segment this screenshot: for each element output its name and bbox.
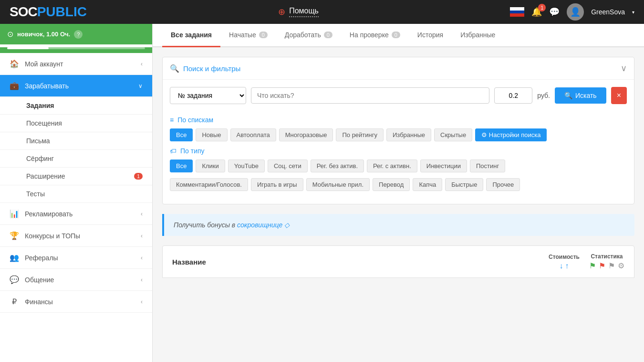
filter-type-posting[interactable]: Постинг <box>470 160 505 172</box>
search-select[interactable]: № задания <box>170 87 246 104</box>
username[interactable]: GreenSova <box>591 8 625 16</box>
filter-list-tags: Все Новые Автооплата Многоразовые По рей… <box>170 128 627 141</box>
navbar-center: ⊕ Помощь <box>278 7 319 17</box>
submenu-label: Тесты <box>26 190 45 198</box>
chevron-right-icon: ‹ <box>141 255 143 261</box>
sidebar-submenu-item-letters[interactable]: Письма <box>0 132 152 150</box>
filter-type-other[interactable]: Прочее <box>486 178 520 191</box>
submenu-label: Сёрфинг <box>26 155 54 162</box>
search-input[interactable] <box>251 87 489 104</box>
sidebar-submenu-item-visits[interactable]: Посещения <box>0 115 152 132</box>
sidebar-item-contests-label: Конкурсы и ТОПы <box>25 232 135 240</box>
stats-icons: ⚑ ⚑ ⚑ ⚙ <box>589 261 624 270</box>
cost-sort-down-icon[interactable]: ↓ <box>560 262 563 270</box>
collapse-icon[interactable]: ∨ <box>621 63 627 74</box>
sidebar-item-earn[interactable]: 💼 Зарабатывать ∨ <box>0 75 152 97</box>
content-inner: 🔍 Поиск и фильтры ∨ № задания руб. 🔍 Иск… <box>153 47 644 287</box>
bonus-link[interactable]: сокровищнице <box>237 221 282 229</box>
chevron-down-icon[interactable]: ▾ <box>632 10 634 15</box>
filter-type-invest[interactable]: Инвестиции <box>420 160 467 172</box>
filter-type-clicks[interactable]: Клики <box>196 160 225 172</box>
filter-tag-new[interactable]: Новые <box>196 128 227 141</box>
sidebar-submenu-item-tests[interactable]: Тесты <box>0 185 152 203</box>
sidebar-item-advertise[interactable]: 📊 Рекламировать ‹ <box>0 203 152 225</box>
sidebar-item-communication-label: Общение <box>25 276 135 284</box>
filter-lists-label: По спискам <box>177 116 213 124</box>
group-icon: 👥 <box>10 253 19 262</box>
tab-revise-label: Доработать <box>285 31 321 39</box>
sidebar-item-finance[interactable]: ₽ Финансы ‹ <box>0 291 152 313</box>
tab-review-badge: 0 <box>392 32 400 38</box>
sidebar-item-communication[interactable]: 💬 Общение ‹ <box>0 269 152 291</box>
tab-revise[interactable]: Доработать 0 <box>276 24 341 47</box>
sidebar-item-referrals[interactable]: 👥 Рефералы ‹ <box>0 247 152 269</box>
chat-icon[interactable]: 💬 <box>549 7 560 17</box>
filter-type-reg-no-act[interactable]: Рег. без актив. <box>311 160 364 172</box>
top-navbar: SOC PUBLIC ⊕ Помощь 🔔 1 💬 👤 GreenSova ▾ <box>0 0 644 24</box>
filter-type-fast[interactable]: Быстрые <box>445 178 483 191</box>
filter-type-tags-row2: Комментарии/Голосов. Играть в игры Мобил… <box>170 178 627 191</box>
sidebar-submenu: Задания Посещения Письма Сёрфинг Расшире… <box>0 97 152 203</box>
sidebar-item-contests[interactable]: 🏆 Конкурсы и ТОПы ‹ <box>0 225 152 247</box>
filter-type-reg-act[interactable]: Рег. с активн. <box>367 160 417 172</box>
tab-review-label: На проверке <box>350 31 389 39</box>
table-controls: Стоимость ↓ ↑ Статистика ⚑ ⚑ ⚑ ⚙ <box>549 253 624 270</box>
chevron-right-icon: ‹ <box>141 211 143 217</box>
clear-button[interactable]: × <box>611 87 627 104</box>
sidebar: ⊙ новичок, 1.00 Оч. ? 🏠 Мой аккаунт ‹ 💼 … <box>0 24 153 362</box>
chevron-right-icon: ‹ <box>141 233 143 239</box>
filter-type-tags-row1: Все Клики YouTube Соц. сети Рег. без акт… <box>170 160 627 172</box>
search-button[interactable]: 🔍 Искать <box>555 87 606 104</box>
filter-tag-hidden[interactable]: Скрытые <box>434 128 472 141</box>
filter-type-captcha[interactable]: Капча <box>413 178 442 191</box>
sidebar-item-account[interactable]: 🏠 Мой аккаунт ‹ <box>0 53 152 75</box>
filter-type-youtube[interactable]: YouTube <box>228 160 265 172</box>
navbar-left: SOC PUBLIC <box>10 4 87 20</box>
table-header: Название Стоимость ↓ ↑ Статистика ⚑ ⚑ <box>162 245 634 278</box>
submenu-label: Задания <box>26 102 54 109</box>
bonus-section: Получить бонусы в сокровищнице ◇ <box>162 214 634 236</box>
tab-started[interactable]: Начатые 0 <box>220 24 276 47</box>
stats-label: Статистика <box>591 253 623 260</box>
briefcase-icon: 💼 <box>10 81 19 90</box>
sidebar-submenu-item-surfing[interactable]: Сёрфинг <box>0 150 152 168</box>
filter-type-all[interactable]: Все <box>170 160 193 172</box>
notification-badge: 1 <box>538 4 546 11</box>
list-icon: ≡ <box>170 116 174 124</box>
filter-tag-multi[interactable]: Многоразовые <box>279 128 333 141</box>
stats-gear-icon[interactable]: ⚙ <box>618 261 624 270</box>
progress-help-button[interactable]: ? <box>74 30 83 39</box>
sidebar-submenu-item-tasks[interactable]: Задания <box>0 97 152 115</box>
search-title-icon: 🔍 <box>170 64 179 73</box>
tab-started-badge: 0 <box>259 32 268 38</box>
filter-tag-favorites[interactable]: Избранные <box>386 128 431 141</box>
tab-all-tasks-label: Все задания <box>171 31 212 39</box>
filter-type-games[interactable]: Играть в игры <box>251 178 303 191</box>
filter-type-mobile[interactable]: Мобильные прил. <box>306 178 370 191</box>
language-flag[interactable] <box>510 7 524 17</box>
notification-bell[interactable]: 🔔 1 <box>531 7 542 17</box>
cost-section: Стоимость ↓ ↑ <box>549 254 580 270</box>
cost-sort-up-icon[interactable]: ↑ <box>565 262 569 270</box>
sidebar-item-account-label: Мой аккаунт <box>25 60 135 68</box>
stats-flag-red-icon: ⚑ <box>599 261 605 270</box>
filter-type-translate[interactable]: Перевод <box>373 178 410 191</box>
tab-history[interactable]: История <box>409 24 452 47</box>
tab-all-tasks[interactable]: Все задания <box>162 24 220 47</box>
tab-review[interactable]: На проверке 0 <box>341 24 409 47</box>
filter-tag-rating[interactable]: По рейтингу <box>336 128 384 141</box>
filter-tag-settings[interactable]: ⚙ Настройки поиска <box>475 128 547 141</box>
filter-tag-autopay[interactable]: Автооплата <box>230 128 276 141</box>
sidebar-item-finance-label: Финансы <box>25 298 135 306</box>
search-section: 🔍 Поиск и фильтры ∨ № задания руб. 🔍 Иск… <box>162 57 634 204</box>
filter-type-social[interactable]: Соц. сети <box>268 160 308 172</box>
help-icon: ⊕ <box>278 7 285 17</box>
sidebar-submenu-item-extension[interactable]: Расширение 1 <box>0 168 152 185</box>
progress-bar <box>7 47 145 49</box>
price-input[interactable] <box>494 87 532 104</box>
filter-type-comments[interactable]: Комментарии/Голосов. <box>170 178 248 191</box>
stats-flag-green-icon: ⚑ <box>589 261 596 270</box>
tab-favorites[interactable]: Избранные <box>452 24 504 47</box>
filter-tag-all-lists[interactable]: Все <box>170 128 193 141</box>
help-text[interactable]: Помощь <box>289 7 319 17</box>
